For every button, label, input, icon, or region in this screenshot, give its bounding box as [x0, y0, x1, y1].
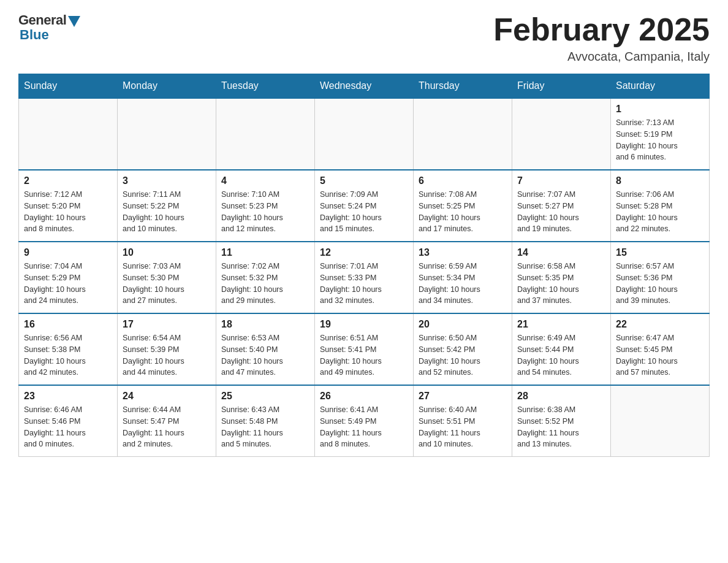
- day-number: 25: [221, 391, 309, 402]
- day-number: 11: [221, 247, 309, 258]
- calendar-title: February 2025: [493, 12, 710, 47]
- day-number: 26: [320, 391, 408, 402]
- weekday-header-monday: Monday: [118, 74, 216, 99]
- day-number: 19: [320, 319, 408, 330]
- day-number: 20: [419, 319, 507, 330]
- calendar-cell: 27Sunrise: 6:40 AMSunset: 5:51 PMDayligh…: [414, 385, 512, 457]
- week-row-3: 9Sunrise: 7:04 AMSunset: 5:29 PMDaylight…: [19, 242, 710, 313]
- day-number: 5: [320, 175, 408, 186]
- day-info: Sunrise: 7:02 AMSunset: 5:32 PMDaylight:…: [221, 261, 309, 307]
- calendar-table: SundayMondayTuesdayWednesdayThursdayFrid…: [18, 74, 710, 457]
- calendar-cell: 21Sunrise: 6:49 AMSunset: 5:44 PMDayligh…: [512, 313, 611, 385]
- day-number: 17: [123, 319, 211, 330]
- day-number: 24: [123, 391, 211, 402]
- logo-blue-text: Blue: [20, 27, 49, 43]
- calendar-cell: 2Sunrise: 7:12 AMSunset: 5:20 PMDaylight…: [19, 170, 118, 242]
- day-number: 7: [517, 175, 605, 186]
- day-info: Sunrise: 6:41 AMSunset: 5:49 PMDaylight:…: [320, 404, 408, 450]
- calendar-cell: 28Sunrise: 6:38 AMSunset: 5:52 PMDayligh…: [512, 385, 611, 457]
- day-info: Sunrise: 6:59 AMSunset: 5:34 PMDaylight:…: [419, 261, 507, 307]
- calendar-cell: 1Sunrise: 7:13 AMSunset: 5:19 PMDaylight…: [611, 98, 710, 170]
- calendar-cell: 17Sunrise: 6:54 AMSunset: 5:39 PMDayligh…: [118, 313, 216, 385]
- calendar-cell: [216, 98, 315, 170]
- day-info: Sunrise: 7:01 AMSunset: 5:33 PMDaylight:…: [320, 261, 408, 307]
- logo-general-text: General: [18, 12, 66, 28]
- weekday-header-tuesday: Tuesday: [216, 74, 315, 99]
- day-info: Sunrise: 6:51 AMSunset: 5:41 PMDaylight:…: [320, 332, 408, 378]
- calendar-cell: 26Sunrise: 6:41 AMSunset: 5:49 PMDayligh…: [315, 385, 414, 457]
- day-info: Sunrise: 6:56 AMSunset: 5:38 PMDaylight:…: [24, 332, 112, 378]
- title-section: February 2025 Avvocata, Campania, Italy: [493, 12, 710, 64]
- calendar-cell: 9Sunrise: 7:04 AMSunset: 5:29 PMDaylight…: [19, 242, 118, 313]
- weekday-header-friday: Friday: [512, 74, 611, 99]
- day-info: Sunrise: 6:53 AMSunset: 5:40 PMDaylight:…: [221, 332, 309, 378]
- logo: General Blue: [18, 12, 80, 43]
- weekday-header-sunday: Sunday: [19, 74, 118, 99]
- day-info: Sunrise: 6:50 AMSunset: 5:42 PMDaylight:…: [419, 332, 507, 378]
- day-number: 13: [419, 247, 507, 258]
- day-number: 4: [221, 175, 309, 186]
- weekday-header-thursday: Thursday: [414, 74, 512, 99]
- calendar-cell: 10Sunrise: 7:03 AMSunset: 5:30 PMDayligh…: [118, 242, 216, 313]
- week-row-4: 16Sunrise: 6:56 AMSunset: 5:38 PMDayligh…: [19, 313, 710, 385]
- day-info: Sunrise: 7:10 AMSunset: 5:23 PMDaylight:…: [221, 189, 309, 235]
- day-number: 2: [24, 175, 112, 186]
- day-number: 21: [517, 319, 605, 330]
- page-header: General Blue February 2025 Avvocata, Cam…: [18, 12, 710, 64]
- day-number: 10: [123, 247, 211, 258]
- day-number: 22: [616, 319, 704, 330]
- day-info: Sunrise: 6:47 AMSunset: 5:45 PMDaylight:…: [616, 332, 704, 378]
- calendar-cell: [414, 98, 512, 170]
- calendar-cell: 25Sunrise: 6:43 AMSunset: 5:48 PMDayligh…: [216, 385, 315, 457]
- day-number: 3: [123, 175, 211, 186]
- day-info: Sunrise: 6:49 AMSunset: 5:44 PMDaylight:…: [517, 332, 605, 378]
- day-info: Sunrise: 6:57 AMSunset: 5:36 PMDaylight:…: [616, 261, 704, 307]
- day-info: Sunrise: 6:46 AMSunset: 5:46 PMDaylight:…: [24, 404, 112, 450]
- day-number: 28: [517, 391, 605, 402]
- calendar-cell: 16Sunrise: 6:56 AMSunset: 5:38 PMDayligh…: [19, 313, 118, 385]
- calendar-cell: 24Sunrise: 6:44 AMSunset: 5:47 PMDayligh…: [118, 385, 216, 457]
- day-info: Sunrise: 7:12 AMSunset: 5:20 PMDaylight:…: [24, 189, 112, 235]
- calendar-cell: [512, 98, 611, 170]
- day-number: 23: [24, 391, 112, 402]
- calendar-cell: [19, 98, 118, 170]
- calendar-cell: 12Sunrise: 7:01 AMSunset: 5:33 PMDayligh…: [315, 242, 414, 313]
- week-row-2: 2Sunrise: 7:12 AMSunset: 5:20 PMDaylight…: [19, 170, 710, 242]
- day-number: 16: [24, 319, 112, 330]
- calendar-cell: 23Sunrise: 6:46 AMSunset: 5:46 PMDayligh…: [19, 385, 118, 457]
- day-info: Sunrise: 6:38 AMSunset: 5:52 PMDaylight:…: [517, 404, 605, 450]
- calendar-cell: 14Sunrise: 6:58 AMSunset: 5:35 PMDayligh…: [512, 242, 611, 313]
- calendar-cell: 5Sunrise: 7:09 AMSunset: 5:24 PMDaylight…: [315, 170, 414, 242]
- calendar-cell: [611, 385, 710, 457]
- calendar-cell: 3Sunrise: 7:11 AMSunset: 5:22 PMDaylight…: [118, 170, 216, 242]
- day-info: Sunrise: 6:43 AMSunset: 5:48 PMDaylight:…: [221, 404, 309, 450]
- calendar-cell: 13Sunrise: 6:59 AMSunset: 5:34 PMDayligh…: [414, 242, 512, 313]
- day-number: 14: [517, 247, 605, 258]
- day-number: 12: [320, 247, 408, 258]
- calendar-cell: 7Sunrise: 7:07 AMSunset: 5:27 PMDaylight…: [512, 170, 611, 242]
- day-info: Sunrise: 7:13 AMSunset: 5:19 PMDaylight:…: [616, 117, 704, 163]
- day-number: 6: [419, 175, 507, 186]
- day-number: 8: [616, 175, 704, 186]
- weekday-header-row: SundayMondayTuesdayWednesdayThursdayFrid…: [19, 74, 710, 99]
- day-info: Sunrise: 6:58 AMSunset: 5:35 PMDaylight:…: [517, 261, 605, 307]
- day-number: 27: [419, 391, 507, 402]
- calendar-cell: 11Sunrise: 7:02 AMSunset: 5:32 PMDayligh…: [216, 242, 315, 313]
- calendar-cell: [118, 98, 216, 170]
- day-info: Sunrise: 6:40 AMSunset: 5:51 PMDaylight:…: [419, 404, 507, 450]
- day-info: Sunrise: 7:03 AMSunset: 5:30 PMDaylight:…: [123, 261, 211, 307]
- weekday-header-wednesday: Wednesday: [315, 74, 414, 99]
- day-number: 1: [616, 104, 704, 115]
- day-number: 18: [221, 319, 309, 330]
- calendar-subtitle: Avvocata, Campania, Italy: [493, 50, 710, 64]
- day-info: Sunrise: 7:06 AMSunset: 5:28 PMDaylight:…: [616, 189, 704, 235]
- calendar-cell: 19Sunrise: 6:51 AMSunset: 5:41 PMDayligh…: [315, 313, 414, 385]
- day-info: Sunrise: 7:04 AMSunset: 5:29 PMDaylight:…: [24, 261, 112, 307]
- day-info: Sunrise: 7:09 AMSunset: 5:24 PMDaylight:…: [320, 189, 408, 235]
- weekday-header-saturday: Saturday: [611, 74, 710, 99]
- day-info: Sunrise: 7:07 AMSunset: 5:27 PMDaylight:…: [517, 189, 605, 235]
- week-row-1: 1Sunrise: 7:13 AMSunset: 5:19 PMDaylight…: [19, 98, 710, 170]
- day-number: 15: [616, 247, 704, 258]
- calendar-cell: 22Sunrise: 6:47 AMSunset: 5:45 PMDayligh…: [611, 313, 710, 385]
- calendar-cell: 8Sunrise: 7:06 AMSunset: 5:28 PMDaylight…: [611, 170, 710, 242]
